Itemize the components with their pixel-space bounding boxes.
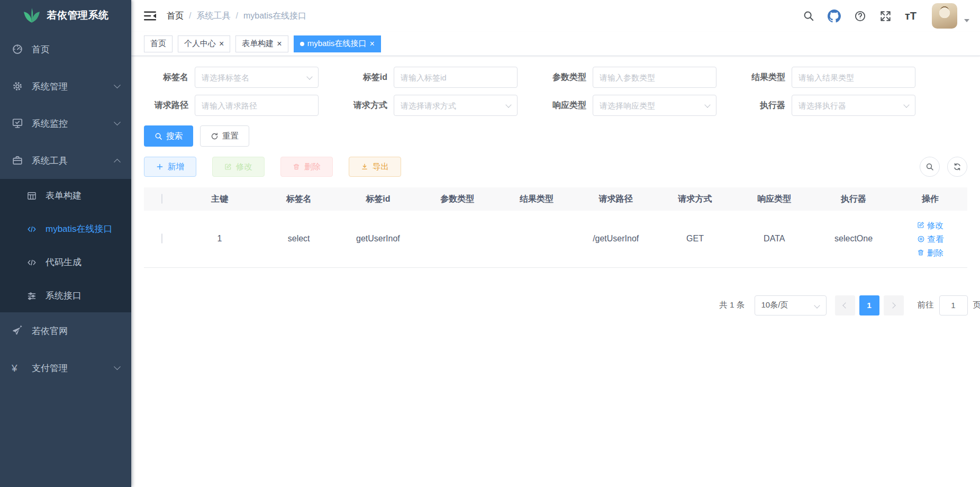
search-icon[interactable] (803, 10, 814, 22)
tab-profile[interactable]: 个人中心 × (178, 35, 230, 52)
close-icon[interactable]: × (369, 40, 374, 48)
sidebar-item-system-monitor[interactable]: 系统监控 (0, 105, 131, 142)
chevron-up-icon (114, 158, 121, 165)
sidebar-item-mybatis-api[interactable]: mybatis在线接口 (0, 212, 131, 246)
edit-icon (224, 163, 232, 170)
sidebar: 若依管理系统 首页 系统管理 系统监控 系统工具 (0, 0, 131, 487)
github-icon[interactable] (828, 10, 841, 23)
tag-id-input[interactable] (394, 67, 518, 88)
edit-icon (917, 221, 924, 229)
table-toolbar: 新增 修改 删除 导出 (144, 157, 967, 177)
plus-icon (156, 163, 164, 170)
user-menu[interactable] (932, 3, 969, 29)
row-checkbox[interactable] (161, 233, 162, 244)
tag-name-select[interactable] (195, 67, 319, 88)
op-label: 删除 (927, 247, 943, 259)
row-edit-link[interactable]: 修改 (917, 219, 943, 231)
col-param-type: 参数类型 (418, 187, 497, 211)
filter-row-2: 请求路径 请求方式 响应类型 执行器 (144, 95, 967, 116)
edit-button[interactable]: 修改 (212, 157, 265, 177)
cell-executor: selectOne (814, 211, 893, 267)
sidebar-item-system-manage[interactable]: 系统管理 (0, 68, 131, 105)
reset-button[interactable]: 重置 (200, 125, 249, 147)
param-type-input[interactable] (593, 67, 716, 88)
search-button[interactable]: 搜索 (144, 125, 193, 147)
select-all-checkbox[interactable] (161, 194, 162, 204)
breadcrumb: 首页 / 系统工具 / mybatis在线接口 (167, 11, 306, 22)
field-label: 执行器 (741, 100, 792, 111)
search-button-label: 搜索 (166, 131, 183, 142)
sidebar-item-home[interactable]: 首页 (0, 31, 131, 68)
breadcrumb-current: mybatis在线接口 (243, 11, 306, 22)
add-button-label: 新增 (168, 161, 184, 173)
table-tools (920, 157, 967, 177)
sidebar-toggle-icon[interactable] (144, 11, 156, 21)
sidebar-item-label: 首页 (32, 43, 120, 56)
request-method-select[interactable] (394, 95, 518, 116)
col-request-path: 请求路径 (576, 187, 656, 211)
col-tag-name: 标签名 (259, 187, 339, 211)
col-request-method: 请求方式 (656, 187, 735, 211)
add-button[interactable]: 新增 (144, 157, 196, 177)
sidebar-item-payment-manage[interactable]: ¥ 支付管理 (0, 349, 131, 386)
col-tag-id: 标签id (339, 187, 418, 211)
sidebar-item-system-api[interactable]: 系统接口 (0, 279, 131, 312)
breadcrumb-system-tools: 系统工具 (196, 11, 230, 22)
table-header-row: 主键 标签名 标签id 参数类型 结果类型 请求路径 请求方式 响应类型 执行器… (144, 187, 967, 211)
close-icon[interactable]: × (219, 40, 224, 48)
cell-request-path: /getUserInof (576, 211, 656, 267)
row-delete-link[interactable]: 删除 (917, 247, 943, 259)
request-path-input[interactable] (195, 95, 319, 116)
breadcrumb-home[interactable]: 首页 (167, 11, 184, 22)
cell-tag-name: select (259, 211, 339, 267)
page-size-select[interactable]: 10条/页 (755, 295, 827, 315)
page-content: 标签名 标签id 参数类型 结果类型 请求路径 请求方式 (131, 56, 980, 487)
page-number-1[interactable]: 1 (859, 295, 879, 315)
filter-buttons: 搜索 重置 (144, 125, 967, 147)
sidebar-item-ruoyi-website[interactable]: 若依官网 (0, 312, 131, 349)
system-tools-submenu: 表单构建 mybatis在线接口 代码生成 系统接口 (0, 179, 131, 312)
show-search-button[interactable] (920, 157, 940, 177)
result-type-input[interactable] (792, 67, 915, 88)
tab-form-builder[interactable]: 表单构建 × (235, 35, 288, 52)
goto-page-input[interactable] (939, 295, 968, 315)
help-icon[interactable] (854, 10, 866, 22)
sidebar-item-label: 若依官网 (32, 325, 120, 337)
response-type-select[interactable] (593, 95, 716, 116)
app-logo[interactable]: 若依管理系统 (0, 0, 131, 31)
col-response-type: 响应类型 (734, 187, 814, 211)
leaf-logo-icon (23, 7, 41, 23)
tab-home[interactable]: 首页 (144, 35, 173, 52)
sidebar-item-code-generate[interactable]: 代码生成 (0, 246, 131, 279)
tags-view-bar: 首页 个人中心 × 表单构建 × mybatis在线接口 × (131, 32, 980, 56)
chevron-down-icon (114, 363, 121, 370)
executor-select[interactable] (792, 95, 915, 116)
page-size-value: 10条/页 (761, 300, 788, 310)
refresh-table-button[interactable] (947, 157, 967, 177)
dashboard-icon (12, 43, 23, 55)
fullscreen-icon[interactable] (879, 10, 892, 22)
send-icon (12, 325, 23, 337)
code-icon (26, 257, 37, 268)
font-size-icon[interactable]: тT (905, 10, 917, 22)
export-button[interactable]: 导出 (349, 157, 401, 177)
row-view-link[interactable]: 查看 (917, 233, 944, 245)
tab-mybatis-api[interactable]: mybatis在线接口 × (294, 35, 381, 52)
chevron-left-icon (842, 302, 848, 308)
sidebar-item-system-tools[interactable]: 系统工具 (0, 142, 131, 179)
delete-button[interactable]: 删除 (280, 157, 333, 177)
field-label: 标签id (343, 72, 394, 83)
code-icon (26, 224, 37, 235)
col-primary-key: 主键 (180, 187, 259, 211)
sidebar-item-form-builder[interactable]: 表单构建 (0, 179, 131, 212)
close-icon[interactable]: × (277, 40, 282, 48)
prev-page-button[interactable] (835, 295, 855, 315)
export-button-label: 导出 (373, 161, 389, 173)
next-page-button[interactable] (884, 295, 904, 315)
avatar[interactable] (932, 3, 957, 29)
op-label: 查看 (928, 233, 944, 245)
filter-field-request-method: 请求方式 (343, 95, 518, 116)
filter-field-executor: 执行器 (741, 95, 915, 116)
chevron-right-icon (890, 302, 895, 308)
sidebar-item-label: mybatis在线接口 (46, 223, 120, 235)
